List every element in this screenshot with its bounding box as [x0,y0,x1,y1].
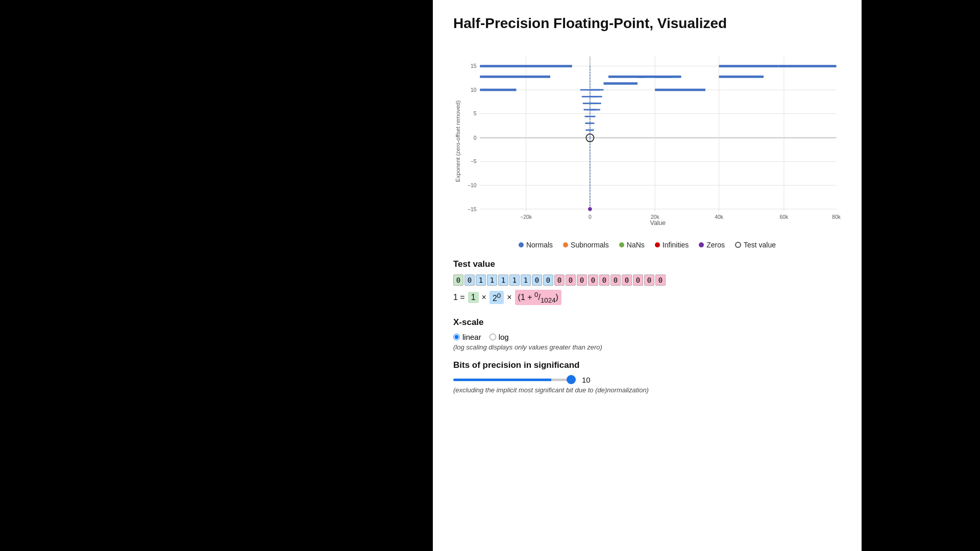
bit-exp-4: 1 [509,274,520,286]
bit-sign-0: 0 [453,274,463,286]
legend-testvalue: Test value [735,241,776,249]
normals-label: Normals [526,241,553,249]
formula-sign-val: 1 [468,292,479,303]
bit-exp-5: 1 [521,274,531,286]
chart-background [480,57,836,212]
xscale-section: X-scale linear log (log scaling displays… [453,317,841,351]
bit-mant-5: 0 [610,274,621,286]
zeros-dot [699,242,704,247]
chart-area: Exponent (zero-offset removed) 15 10 5 0… [453,42,841,236]
legend-normals: Normals [519,241,553,249]
bit-exp-6: 0 [532,274,542,286]
bit-mant-3: 0 [588,274,598,286]
subnormals-dot [563,242,568,247]
bit-exp-3: 1 [498,274,508,286]
xtick-80: 80k [832,214,841,220]
ytick-n15: −15 [468,207,477,212]
linear-radio-label[interactable]: linear [453,333,481,341]
log-radio-label[interactable]: log [489,333,509,341]
bit-mant-2: 0 [577,274,587,286]
bit-exp-7: 0 [543,274,553,286]
formula-equals: 1 = [453,293,465,302]
precision-hint: (excluding the implicit most significant… [453,386,841,394]
legend-zeros: Zeros [699,241,725,249]
bit-exp-0: 0 [464,274,475,286]
subnormal-bottom-dot [588,207,592,211]
ytick-15: 15 [471,63,477,69]
xtick-n20: −20k [520,214,532,220]
ytick-n10: −10 [468,183,477,188]
linear-label: linear [462,333,481,341]
ytick-5: 5 [474,111,477,116]
legend-nans: NaNs [619,241,645,249]
legend-subnormals: Subnormals [563,241,609,249]
bit-mant-0: 0 [554,274,565,286]
bit-display: 0 0 1 1 1 1 1 0 0 0 0 0 0 0 0 0 0 0 0 [453,274,841,286]
bit-mant-1: 0 [566,274,576,286]
slider-row: 10 [453,375,841,384]
xtick-20: 20k [651,214,660,220]
linear-radio[interactable] [453,334,460,340]
chart-svg: Exponent (zero-offset removed) 15 10 5 0… [453,42,841,236]
infinities-dot [655,242,660,247]
bit-mant-9: 0 [655,274,666,286]
precision-value: 10 [582,375,591,384]
precision-slider[interactable] [453,379,576,381]
formula-row: 1 = 1 × 20 × (1 + 0/1024) [453,290,841,305]
ytick-n5: −5 [471,159,477,164]
ytick-0: 0 [474,135,477,141]
subnormals-label: Subnormals [571,241,609,249]
ytick-10: 10 [471,87,477,93]
formula-exp-val: 20 [489,291,504,304]
log-radio[interactable] [489,334,496,340]
nans-label: NaNs [627,241,645,249]
page-title: Half-Precision Floating-Point, Visualize… [453,15,841,32]
bit-exp-1: 1 [476,274,486,286]
precision-section: Bits of precision in significand 10 (exc… [453,360,841,394]
testvalue-label: Test value [744,241,776,249]
normals-dot [519,242,524,247]
xtick-40: 40k [715,214,724,220]
xscale-radio-row: linear log [453,333,841,341]
bit-mant-4: 0 [599,274,609,286]
xtick-60: 60k [779,214,789,220]
testvalue-circle [735,242,741,248]
formula-times2: × [507,293,511,302]
legend-infinities: Infinities [655,241,689,249]
precision-title: Bits of precision in significand [453,360,841,370]
formula-mant-val: (1 + 0/1024) [515,290,561,305]
formula-times1: × [482,293,486,302]
bit-exp-2: 1 [487,274,497,286]
infinities-label: Infinities [663,241,689,249]
x-axis-label: Value [650,219,666,227]
page-container: Half-Precision Floating-Point, Visualize… [433,0,862,551]
log-label: log [499,333,509,341]
bit-mant-6: 0 [622,274,632,286]
test-value-title: Test value [453,259,841,269]
xscale-title: X-scale [453,317,841,328]
zeros-label: Zeros [706,241,725,249]
xtick-0: 0 [589,214,592,220]
y-axis-label: Exponent (zero-offset removed) [455,101,461,182]
legend: Normals Subnormals NaNs Infinities Zeros… [453,241,841,249]
bit-mant-8: 0 [644,274,654,286]
xscale-hint: (log scaling displays only values greate… [453,343,841,351]
nans-dot [619,242,624,247]
bit-mant-7: 0 [633,274,643,286]
test-value-section: Test value 0 0 1 1 1 1 1 0 0 0 0 0 0 0 0… [453,259,841,305]
